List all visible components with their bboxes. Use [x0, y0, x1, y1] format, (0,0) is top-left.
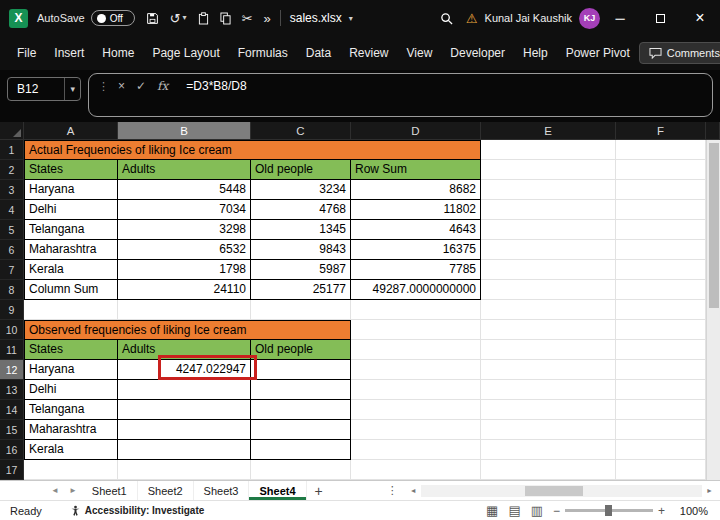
ribbon-tab-view[interactable]: View [398, 46, 442, 60]
view-normal-button[interactable]: ▦ [486, 504, 498, 517]
cell-F17[interactable] [616, 460, 706, 480]
cell-C16[interactable] [251, 440, 351, 460]
cell-E5[interactable] [481, 220, 616, 240]
cell-A9[interactable] [24, 300, 118, 320]
cell-C6[interactable]: 9843 [251, 240, 351, 260]
cell-A5[interactable]: Telangana [24, 220, 118, 240]
cell-B2[interactable]: Adults [118, 160, 251, 180]
cell-F10[interactable] [616, 320, 706, 340]
copy-button[interactable] [220, 12, 231, 25]
cell-B6[interactable]: 6532 [118, 240, 251, 260]
cell-D4[interactable]: 11802 [351, 200, 481, 220]
cell-C5[interactable]: 1345 [251, 220, 351, 240]
hscroll-left-icon[interactable]: ◄ [406, 487, 421, 494]
cell-F11[interactable] [616, 340, 706, 360]
warning-icon[interactable]: ⚠ [466, 11, 478, 26]
formula-text[interactable]: =D3*B8/D8 [186, 77, 246, 95]
cell-B9[interactable] [118, 300, 251, 320]
cell-E16[interactable] [481, 440, 616, 460]
cell-A4[interactable]: Delhi [24, 200, 118, 220]
cut-button[interactable]: ✂ [242, 12, 253, 25]
cell-F5[interactable] [616, 220, 706, 240]
cell-E17[interactable] [481, 460, 616, 480]
cell-D12[interactable] [351, 360, 481, 380]
close-button[interactable]: × [680, 0, 720, 36]
cell-B13[interactable] [118, 380, 251, 400]
cell-F12[interactable] [616, 360, 706, 380]
autosave-toggle[interactable]: Off [91, 10, 135, 26]
cell-C2[interactable]: Old people [251, 160, 351, 180]
cell-C13[interactable] [251, 380, 351, 400]
column-header-C[interactable]: C [251, 122, 351, 140]
cell-B16[interactable] [118, 440, 251, 460]
cell-B15[interactable] [118, 420, 251, 440]
row-header-9[interactable]: 9 [0, 300, 24, 320]
column-header-E[interactable]: E [481, 122, 616, 140]
ribbon-tab-insert[interactable]: Insert [45, 46, 93, 60]
cell-C8[interactable]: 25177 [251, 280, 351, 300]
row-header-17[interactable]: 17 [0, 460, 24, 480]
horizontal-scrollbar-track[interactable] [421, 485, 702, 497]
column-header-B[interactable]: B [118, 122, 251, 140]
undo-button[interactable]: ↺ ▾ [170, 12, 187, 25]
sheet-tab-sheet3[interactable]: Sheet3 [194, 481, 250, 500]
column-header-A[interactable]: A [24, 122, 118, 140]
zoom-percentage[interactable]: 100% [676, 505, 708, 517]
cell-D14[interactable] [351, 400, 481, 420]
cell-D6[interactable]: 16375 [351, 240, 481, 260]
cell-C11[interactable]: Old people [251, 340, 351, 360]
cell-E3[interactable] [481, 180, 616, 200]
cell-B5[interactable]: 3298 [118, 220, 251, 240]
zoom-slider[interactable] [565, 509, 653, 512]
cell-A8[interactable]: Column Sum [24, 280, 118, 300]
cell-A6[interactable]: Maharashtra [24, 240, 118, 260]
sheet-nav-right-icon[interactable]: ► [64, 486, 82, 495]
cell-A17[interactable] [24, 460, 118, 480]
cell-C12[interactable] [251, 360, 351, 380]
user-avatar[interactable]: KJ [579, 8, 600, 29]
cell-D2[interactable]: Row Sum [351, 160, 481, 180]
cell-A16[interactable]: Kerala [24, 440, 118, 460]
save-button[interactable] [146, 12, 159, 25]
vertical-scrollbar[interactable] [706, 140, 720, 480]
cell-E12[interactable] [481, 360, 616, 380]
cell-F15[interactable] [616, 420, 706, 440]
cell-E10[interactable] [481, 320, 616, 340]
row-header-13[interactable]: 13 [0, 380, 24, 400]
cell-B4[interactable]: 7034 [118, 200, 251, 220]
sheet-tab-sheet1[interactable]: Sheet1 [82, 481, 138, 500]
cell-E7[interactable] [481, 260, 616, 280]
ribbon-tab-help[interactable]: Help [514, 46, 557, 60]
cell-C3[interactable]: 3234 [251, 180, 351, 200]
sheet-nav-left-icon[interactable]: ◄ [46, 486, 64, 495]
cell-E11[interactable] [481, 340, 616, 360]
row-header-4[interactable]: 4 [0, 200, 24, 220]
cell-C4[interactable]: 4768 [251, 200, 351, 220]
cell-D7[interactable]: 7785 [351, 260, 481, 280]
cell-A11[interactable]: States [24, 340, 118, 360]
cell-F14[interactable] [616, 400, 706, 420]
cell-F3[interactable] [616, 180, 706, 200]
zoom-slider-thumb[interactable] [605, 505, 612, 516]
horizontal-scrollbar[interactable]: ◄ ► [406, 481, 717, 500]
cell-A7[interactable]: Kerala [24, 260, 118, 280]
cell-A3[interactable]: Haryana [24, 180, 118, 200]
cell-E2[interactable] [481, 160, 616, 180]
cell-D5[interactable]: 4643 [351, 220, 481, 240]
ribbon-tab-file[interactable]: File [8, 46, 45, 60]
cell-F4[interactable] [616, 200, 706, 220]
cell-C7[interactable]: 5987 [251, 260, 351, 280]
column-header-D[interactable]: D [351, 122, 481, 140]
document-title[interactable]: sales.xlsx ▾ [290, 11, 353, 25]
cell-F13[interactable] [616, 380, 706, 400]
cell-D15[interactable] [351, 420, 481, 440]
cell-A12[interactable]: Haryana [24, 360, 118, 380]
cell-F6[interactable] [616, 240, 706, 260]
cell-B11[interactable]: Adults [118, 340, 251, 360]
cell-E8[interactable] [481, 280, 616, 300]
row-header-15[interactable]: 15 [0, 420, 24, 440]
ribbon-tab-formulas[interactable]: Formulas [229, 46, 297, 60]
zoom-out-button[interactable]: − [553, 505, 560, 517]
row-header-3[interactable]: 3 [0, 180, 24, 200]
cell-C15[interactable] [251, 420, 351, 440]
